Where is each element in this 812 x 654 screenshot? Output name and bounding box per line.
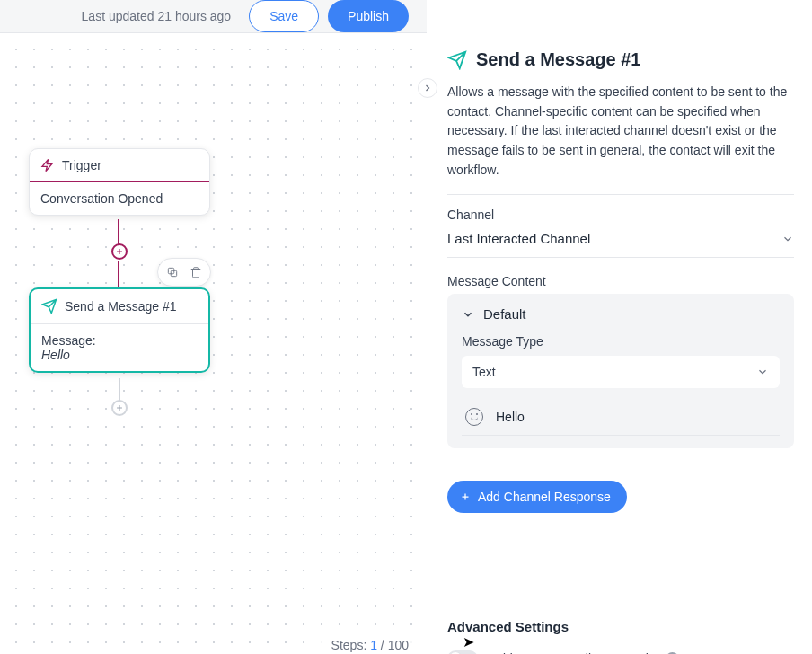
connector-line <box>118 261 119 287</box>
send-icon <box>41 298 57 314</box>
publish-button[interactable]: Publish <box>328 0 409 32</box>
panel-description: Allows a message with the specified cont… <box>447 83 794 180</box>
bolt-icon <box>40 158 55 172</box>
accordion-toggle[interactable]: Default <box>462 306 780 322</box>
message-text: Hello <box>496 410 525 424</box>
chevron-down-icon <box>781 233 794 245</box>
header-bar: Last updated 21 hours ago Save Publish <box>0 0 427 33</box>
channel-select[interactable]: Last Interacted Channel <box>447 227 794 258</box>
message-type-select[interactable]: Text <box>462 356 780 388</box>
channel-value: Last Interacted Channel <box>447 231 590 246</box>
send-node-body: Message: Hello <box>31 324 208 371</box>
send-message-node[interactable]: Send a Message #1 Message: Hello <box>29 287 210 373</box>
default-accordion: Default Message Type Text Hello <box>447 294 794 448</box>
details-panel: Send a Message #1 Allows a message with … <box>427 33 812 654</box>
panel-title: Send a Message #1 <box>476 49 640 70</box>
add-step-button-end[interactable] <box>111 400 128 416</box>
collapse-panel-button[interactable] <box>418 78 437 98</box>
message-input-row[interactable]: Hello <box>462 401 780 436</box>
chevron-down-icon <box>462 308 474 321</box>
message-type-label: Message Type <box>462 334 780 349</box>
chevron-down-icon <box>756 366 769 378</box>
delete-button[interactable] <box>185 261 207 283</box>
save-button[interactable]: Save <box>249 0 319 32</box>
trigger-node[interactable]: Trigger Conversation Opened <box>29 148 210 216</box>
add-step-button[interactable] <box>111 243 128 260</box>
steps-counter: Steps: 1 / 100 <box>321 632 419 654</box>
message-label: Message: <box>41 333 198 348</box>
message-type-value: Text <box>472 365 496 379</box>
advanced-settings-title: Advanced Settings <box>447 619 794 634</box>
trigger-body: Conversation Opened <box>30 182 209 215</box>
plus-icon <box>460 491 471 502</box>
trigger-title: Trigger <box>62 158 102 172</box>
last-updated-text: Last updated 21 hours ago <box>82 9 232 23</box>
divider <box>447 194 794 195</box>
trigger-node-header: Trigger <box>30 149 209 182</box>
failure-branch-toggle[interactable] <box>447 650 478 654</box>
node-actions <box>157 258 211 287</box>
add-channel-response-button[interactable]: Add Channel Response <box>447 481 627 513</box>
copy-button[interactable] <box>162 261 183 283</box>
message-content-label: Message Content <box>447 274 794 288</box>
send-node-header: Send a Message #1 <box>31 289 208 324</box>
workflow-canvas[interactable]: Trigger Conversation Opened <box>0 33 427 654</box>
emoji-picker-icon[interactable] <box>465 408 483 426</box>
message-value: Hello <box>41 348 198 362</box>
connector-line <box>119 378 120 401</box>
send-node-title: Send a Message #1 <box>65 299 177 314</box>
accordion-title: Default <box>483 306 526 322</box>
send-icon <box>447 50 467 70</box>
channel-label: Channel <box>447 208 794 222</box>
